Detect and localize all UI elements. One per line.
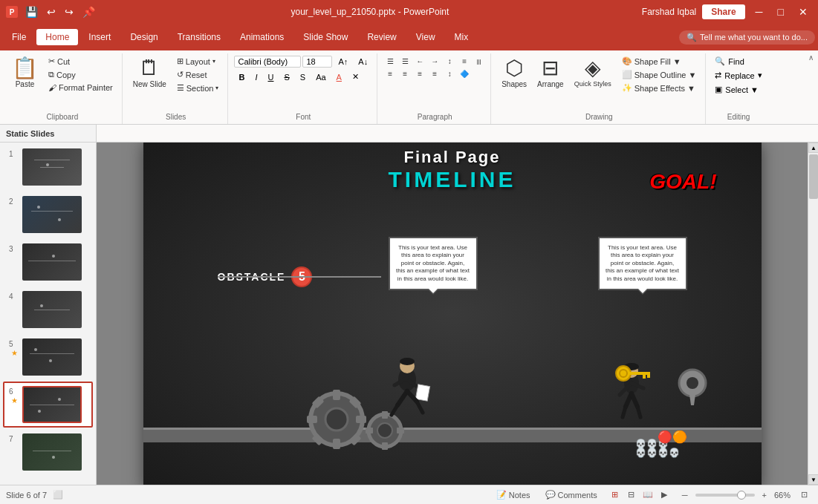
menu-insert[interactable]: Insert: [79, 29, 120, 45]
new-slide-button[interactable]: 🗒 New Slide: [129, 55, 171, 91]
slide-sorter-button[interactable]: ⊟: [624, 488, 639, 503]
ribbon-drawing-group: ⬡ Shapes ⊟ Arrange ◈ Quick Styles 🎨 Shap…: [493, 53, 706, 124]
reading-view-button[interactable]: 📖: [640, 488, 655, 503]
menu-animations[interactable]: Animations: [231, 29, 293, 45]
smartart-button[interactable]: 🔷: [458, 68, 471, 79]
font-color-button[interactable]: A: [332, 71, 346, 84]
section-button[interactable]: ☰ Section ▾: [172, 82, 224, 94]
font-size-input[interactable]: [302, 56, 332, 68]
clear-format-button[interactable]: ✕: [348, 70, 363, 84]
cut-button[interactable]: ✂ Cut: [44, 55, 117, 68]
minimize-button[interactable]: ─: [751, 4, 767, 19]
line-spacing-button[interactable]: ↕: [443, 68, 456, 79]
scroll-track[interactable]: [808, 153, 818, 474]
slide-item-7[interactable]: 7 ★: [3, 429, 93, 475]
indent-increase-button[interactable]: →: [428, 55, 441, 67]
zoom-in-button[interactable]: +: [758, 489, 771, 501]
layout-button[interactable]: ⊞ Layout ▾: [172, 55, 224, 68]
menu-mix[interactable]: Mix: [446, 29, 478, 45]
align-right-button[interactable]: ≡: [413, 68, 426, 79]
drawing-content: ⬡ Shapes ⊟ Arrange ◈ Quick Styles 🎨 Shap…: [497, 55, 701, 110]
restore-button[interactable]: □: [773, 4, 788, 19]
undo-button[interactable]: ↩: [44, 4, 59, 19]
slide-item-5[interactable]: 5 ★: [3, 334, 93, 380]
shape-outline-button[interactable]: ⬜ Shape Outline ▼: [617, 68, 701, 81]
zoom-thumb[interactable]: [737, 491, 746, 500]
zoom-slider[interactable]: [695, 494, 755, 497]
italic-button[interactable]: I: [250, 71, 262, 84]
font-size-increase-button[interactable]: A↑: [334, 55, 352, 68]
menu-home[interactable]: Home: [36, 29, 78, 45]
close-button[interactable]: ✕: [794, 4, 812, 19]
format-painter-button[interactable]: 🖌 Format Painter: [44, 82, 117, 94]
pin-button[interactable]: 📌: [79, 4, 98, 19]
columns-button[interactable]: ⫼: [473, 55, 486, 67]
numbering-button[interactable]: ☰: [398, 55, 412, 67]
slide-canvas[interactable]: Final Page TIMELINE GOAL! OBSTACLE 5 Thi…: [143, 143, 762, 485]
arrange-button[interactable]: ⊟ Arrange: [533, 55, 568, 91]
reset-button[interactable]: ↺ Reset: [172, 68, 224, 81]
copy-button[interactable]: ⧉ Copy: [44, 68, 117, 81]
strikethrough-button[interactable]: S: [279, 71, 293, 84]
menu-design[interactable]: Design: [121, 29, 166, 45]
bold-button[interactable]: B: [234, 71, 249, 84]
font-case-button[interactable]: Aa: [311, 71, 330, 84]
share-button[interactable]: Share: [702, 4, 744, 19]
align-left-button[interactable]: ≡: [383, 68, 397, 79]
slide-thumb-1[interactable]: [22, 148, 82, 186]
slide-thumb-7[interactable]: [22, 433, 82, 471]
fit-to-window-button[interactable]: ⊡: [796, 488, 812, 501]
menu-file[interactable]: File: [3, 29, 35, 45]
select-button[interactable]: ▣ Select ▼: [712, 83, 765, 96]
shape-effects-button[interactable]: ✨ Shape Effects ▼: [617, 82, 701, 94]
save-button[interactable]: 💾: [22, 4, 41, 19]
menu-review[interactable]: Review: [358, 29, 405, 45]
slide-thumb-4[interactable]: [22, 291, 82, 328]
slide-marker-button[interactable]: ⬜: [53, 490, 63, 500]
quick-styles-button[interactable]: ◈ Quick Styles: [570, 55, 616, 91]
speech-bubble-2[interactable]: This is your text area. Use this area to…: [598, 237, 687, 290]
underline-button[interactable]: U: [264, 71, 279, 84]
font-shadow-button[interactable]: S: [296, 71, 310, 84]
align-center-button[interactable]: ≡: [398, 68, 412, 79]
text-direction-button[interactable]: ↕: [443, 55, 456, 67]
bullets-button[interactable]: ☰: [383, 55, 397, 67]
scroll-down-button[interactable]: ▼: [808, 474, 818, 485]
slide-item-4[interactable]: 4 ★: [3, 287, 93, 333]
shapes-button[interactable]: ⬡ Shapes: [497, 55, 531, 91]
slide-item-1[interactable]: 1 ★: [3, 144, 93, 190]
slide-thumb-2[interactable]: [22, 196, 82, 233]
svg-rect-4: [307, 416, 317, 423]
slide-item-2[interactable]: 2 ★: [3, 192, 93, 238]
redo-button[interactable]: ↪: [62, 4, 77, 19]
normal-view-button[interactable]: ⊞: [608, 488, 623, 503]
slide-thumb-6[interactable]: [22, 386, 82, 423]
ribbon-expand-button[interactable]: ∧: [807, 52, 815, 63]
replace-button[interactable]: ⇄ Replace ▾: [712, 69, 765, 82]
slideshow-view-button[interactable]: ▶: [657, 488, 672, 503]
find-button[interactable]: 🔍 Find: [712, 55, 765, 68]
slide-item-6[interactable]: 6 ★: [3, 382, 93, 428]
menu-slideshow[interactable]: Slide Show: [294, 29, 357, 45]
slides-scroll[interactable]: 1 ★ 2 ★: [0, 143, 96, 485]
align-text-button[interactable]: ≡: [458, 55, 471, 67]
slides-panel-header: Static Slides: [0, 125, 818, 143]
tell-me-box[interactable]: 🔍 Tell me what you want to do...: [679, 30, 815, 45]
align-justify-button[interactable]: ≡: [428, 68, 441, 79]
comments-button[interactable]: 💬 Comments: [541, 488, 602, 501]
slide-item-3[interactable]: 3 ★: [3, 239, 93, 285]
shape-fill-button[interactable]: 🎨 Shape Fill ▼: [617, 55, 701, 68]
scroll-up-button[interactable]: ▲: [808, 143, 818, 153]
font-size-decrease-button[interactable]: A↓: [354, 55, 372, 68]
scroll-thumb[interactable]: [809, 154, 818, 199]
indent-decrease-button[interactable]: ←: [413, 55, 426, 67]
slide-thumb-5[interactable]: [22, 338, 82, 376]
menu-transitions[interactable]: Transitions: [169, 29, 230, 45]
zoom-out-button[interactable]: ─: [678, 489, 692, 501]
slide-thumb-3[interactable]: [22, 243, 82, 281]
notes-button[interactable]: 📝 Notes: [492, 488, 535, 501]
paste-button[interactable]: 📋 Paste: [7, 55, 42, 91]
speech-bubble-1[interactable]: This is your text area. Use this area to…: [389, 237, 478, 290]
menu-view[interactable]: View: [407, 29, 444, 45]
font-name-input[interactable]: [234, 56, 301, 68]
